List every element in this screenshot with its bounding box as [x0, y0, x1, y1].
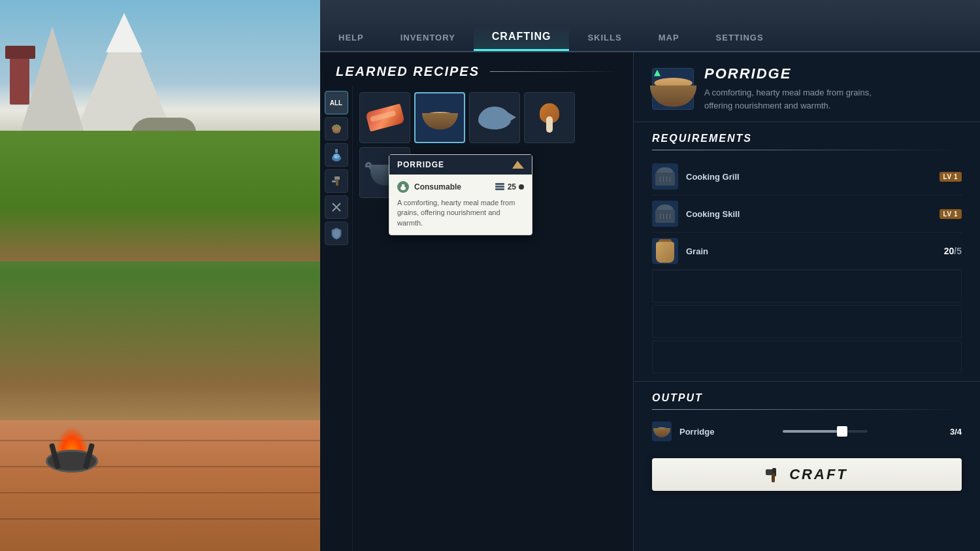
category-tools[interactable]	[325, 169, 348, 193]
category-all-label: ALL	[330, 99, 342, 107]
recipe-area: ALL	[320, 86, 633, 551]
output-count: 3/4	[936, 427, 962, 437]
category-food[interactable]	[325, 117, 348, 141]
cooking-skill-grill-icon	[655, 205, 675, 223]
category-sidebar: ALL	[320, 86, 353, 551]
detail-item-title: PORRIDGE	[704, 65, 962, 82]
category-armor[interactable]	[325, 222, 348, 245]
cooking-skill-icon	[652, 201, 678, 227]
tooltip-title: PORRIDGE	[397, 160, 444, 169]
tooltip-arrow-icon	[512, 161, 524, 169]
craft-button-area: CRAFT	[634, 453, 980, 504]
req-grain-count: 20/5	[929, 246, 962, 256]
fish-icon	[478, 107, 511, 129]
tab-map[interactable]: MAP	[640, 26, 698, 51]
hammer-icon	[766, 468, 783, 482]
craft-button[interactable]: CRAFT	[652, 458, 962, 491]
category-potion[interactable]	[325, 143, 348, 167]
req-slot-empty-1	[652, 270, 962, 303]
req-cooking-grill: Cooking Grill LV 1	[652, 158, 962, 195]
tab-help[interactable]: HELP	[320, 26, 382, 51]
detail-header: PORRIDGE A comforting, hearty meal made …	[634, 52, 980, 122]
svg-rect-10	[336, 179, 338, 186]
mountain-snow	[101, 13, 147, 52]
bacon-icon-container	[365, 101, 404, 134]
svg-rect-18	[495, 186, 504, 188]
recipe-panel: LEARNED RECIPES ALL	[320, 52, 634, 551]
small-bowl-base	[653, 428, 670, 437]
requirements-title: REQUIREMENTS	[652, 133, 962, 144]
req-cooking-skill-level: LV 1	[939, 209, 962, 219]
tab-settings[interactable]: SETTINGS	[698, 26, 782, 51]
svg-rect-5	[335, 149, 338, 153]
svg-rect-19	[495, 183, 504, 185]
detail-bowl-base	[649, 85, 696, 107]
recipe-divider	[490, 71, 617, 72]
grain-bag	[656, 242, 674, 263]
recipe-item-fish[interactable]	[469, 92, 520, 143]
food-icon	[331, 123, 342, 135]
bacon-icon	[365, 103, 405, 131]
output-divider	[652, 409, 962, 410]
svg-rect-17	[495, 188, 504, 190]
bowl-base	[422, 113, 458, 129]
grain-icon-container	[652, 238, 678, 264]
output-slider-area[interactable]	[722, 430, 928, 433]
req-grain-name: Grain	[686, 246, 921, 256]
porridge-bowl-icon	[422, 107, 458, 129]
tooltip-type-row: Consumable 25	[397, 181, 524, 193]
chicken-bone	[546, 116, 553, 133]
grain-icon	[655, 239, 676, 263]
requirements-divider	[652, 150, 962, 150]
detail-bowl-icon	[649, 71, 696, 107]
category-all[interactable]: ALL	[325, 91, 348, 114]
craft-button-label: CRAFT	[789, 466, 848, 483]
requirements-section: REQUIREMENTS Cooking Grill LV 1	[634, 122, 980, 381]
svg-rect-16	[402, 184, 404, 187]
tooltip-type-label: Consumable	[414, 182, 461, 192]
weapons-icon	[331, 201, 342, 213]
output-slider[interactable]	[783, 430, 868, 433]
chicken-icon	[536, 103, 563, 133]
small-bowl	[653, 426, 670, 437]
output-item: Porridge 3/4	[652, 418, 962, 445]
svg-rect-22	[772, 473, 775, 482]
recipe-panel-title: LEARNED RECIPES	[336, 64, 480, 79]
output-section: OUTPUT Porridge	[634, 381, 980, 453]
output-slider-fill	[783, 430, 842, 433]
porridge-icon-container	[420, 101, 459, 134]
tab-crafting[interactable]: CRAFTING	[474, 24, 570, 51]
recipe-item-bacon[interactable]	[359, 92, 410, 143]
req-grain-required: 5	[956, 246, 962, 256]
svg-rect-11	[332, 180, 336, 182]
recipe-item-porridge[interactable]	[414, 92, 465, 143]
potion-small-icon	[399, 183, 407, 191]
grass-bg	[0, 131, 320, 261]
craft-hammer-icon	[766, 468, 781, 481]
detail-item-description: A comforting, hearty meal made from grai…	[704, 86, 900, 112]
fish-icon-container	[475, 101, 514, 134]
category-weapons[interactable]	[325, 195, 348, 219]
ui-panel: HELP INVENTORY CRAFTING SKILLS MAP SETTI…	[320, 0, 980, 551]
grill-lines	[657, 176, 673, 182]
tab-skills[interactable]: SKILLS	[569, 26, 640, 51]
tower-bg	[10, 52, 29, 105]
tooltip-stack: 25	[495, 182, 524, 192]
tooltip-body: Consumable 25	[389, 175, 532, 235]
cooking-grill-icon	[652, 163, 678, 190]
req-grain-available: 20	[944, 246, 955, 256]
detail-item-icon	[652, 68, 694, 110]
tab-inventory[interactable]: INVENTORY	[382, 26, 474, 51]
potion-icon	[331, 148, 342, 161]
recipe-item-chicken[interactable]	[524, 92, 575, 143]
tooltip-stack-size: 25	[508, 182, 516, 192]
req-cooking-skill: Cooking Skill LV 1	[652, 195, 962, 233]
recipe-row-1	[359, 92, 627, 143]
req-cooking-grill-level: LV 1	[939, 172, 962, 182]
tooltip-dot	[519, 184, 524, 190]
main-content: LEARNED RECIPES ALL	[320, 52, 980, 551]
output-slider-thumb[interactable]	[837, 426, 847, 437]
tower-top-bg	[5, 46, 35, 59]
output-porridge-name: Porridge	[679, 427, 714, 437]
recipe-header: LEARNED RECIPES	[320, 52, 633, 86]
